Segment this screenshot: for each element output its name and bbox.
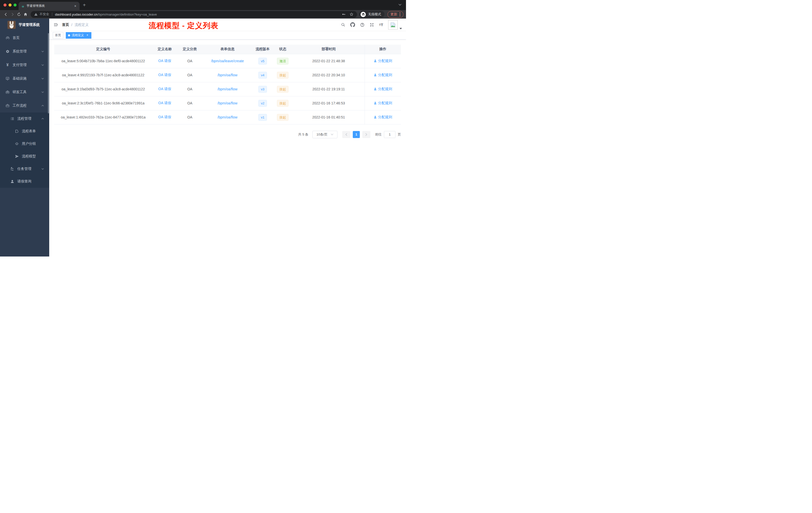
assign-rule-link[interactable]: 分配规则: [374, 59, 392, 63]
sidebar-item-process-form[interactable]: 流程表单: [0, 125, 49, 138]
sidebar-item-task-manage[interactable]: 任务管理: [0, 163, 49, 175]
definition-category: OA: [187, 87, 192, 91]
form-info-link[interactable]: /bpm/oa/flow: [218, 73, 237, 77]
assign-rule-link[interactable]: 分配规则: [374, 73, 392, 77]
home-button[interactable]: [22, 11, 29, 18]
page-number-button[interactable]: 1: [353, 131, 360, 138]
breadcrumb-current: 流程定义: [75, 23, 89, 27]
status-badge: 挂起: [277, 86, 289, 93]
breadcrumb-home[interactable]: 首页: [62, 23, 69, 27]
sidebar-item-label: 流程模型: [22, 154, 36, 159]
user-avatar[interactable]: [388, 20, 398, 30]
url-text[interactable]: dashboard.yudao.iocoder.cn/bpm/manager/d…: [55, 12, 157, 16]
definition-name-link[interactable]: OA 请假: [158, 115, 171, 119]
status-badge: 挂起: [277, 100, 289, 107]
font-size-icon[interactable]: TT: [379, 23, 383, 27]
forward-button[interactable]: [9, 11, 16, 18]
goto-page-input[interactable]: [384, 131, 396, 138]
page-size-select[interactable]: 10条/页: [312, 131, 338, 138]
address-bar[interactable]: 不安全 dashboard.yudao.iocoder.cn/bpm/manag…: [31, 11, 357, 18]
minimize-window-button[interactable]: [8, 3, 11, 6]
tag-close-icon[interactable]: ×: [86, 34, 89, 37]
browser-toolbar: 不安全 dashboard.yudao.iocoder.cn/bpm/manag…: [0, 10, 406, 19]
form-info-link[interactable]: /bpm/oa/flow: [218, 87, 237, 91]
close-window-button[interactable]: [3, 3, 6, 6]
browser-tab-strip: 芋道管理系统 × +: [0, 0, 406, 10]
password-key-icon[interactable]: [342, 12, 346, 16]
pagination: 共 5 条 10条/页 1 前往 页: [54, 131, 401, 138]
prev-page-button[interactable]: [342, 131, 350, 138]
definition-name-link[interactable]: OA 请假: [158, 87, 171, 91]
definition-category: OA: [187, 115, 192, 119]
logo-avatar: [7, 21, 16, 29]
version-badge: v5: [258, 58, 267, 64]
sidebar-item-leave-query[interactable]: 请假查询: [0, 175, 49, 188]
fullscreen-icon[interactable]: [370, 23, 374, 27]
navbar: 首页 / 流程定义 TT: [49, 19, 406, 31]
tag-home[interactable]: 首页: [53, 32, 63, 39]
assign-rule-link[interactable]: 分配规则: [374, 115, 392, 119]
sidebar-item-home[interactable]: 首页: [0, 31, 49, 45]
search-icon[interactable]: [341, 23, 345, 27]
sidebar-item-payment[interactable]: ¥支付管理: [0, 58, 49, 72]
browser-tab[interactable]: 芋道管理系统 ×: [19, 2, 80, 10]
table-row: oa_leave:2:3c1f0ef1-76b1-11ec-9c66-a2380…: [54, 96, 401, 110]
chevron-down-icon: [41, 50, 44, 53]
avatar-caret-icon[interactable]: [400, 28, 402, 30]
deploy-time: 2022-01-22 21:48:38: [312, 59, 345, 63]
sidebar-scrollbar[interactable]: [48, 33, 49, 114]
sidebar: 芋道管理系统 首页系统管理¥支付管理基础设施研发工具工作流程流程管理流程表单用户…: [0, 19, 49, 256]
tab-title: 芋道管理系统: [27, 4, 74, 8]
tab-close-icon[interactable]: ×: [74, 4, 77, 8]
new-tab-button[interactable]: +: [83, 2, 86, 8]
omnibox-divider: [52, 12, 52, 16]
sidebar-logo[interactable]: 芋道管理系统: [0, 19, 49, 31]
github-icon[interactable]: [350, 22, 355, 27]
next-page-button[interactable]: [362, 131, 370, 138]
sidebar-item-devtools[interactable]: 研发工具: [0, 85, 49, 99]
definition-name-link[interactable]: OA 请假: [158, 73, 171, 77]
form-info-link[interactable]: /bpm/oa/leave/create: [211, 59, 244, 63]
table-header-row: 定义编号定义名称定义分类表单信息流程版本状态部署时间操作: [54, 45, 401, 54]
sidebar-item-process-manage[interactable]: 流程管理: [0, 113, 49, 125]
breadcrumb-separator: /: [71, 23, 72, 27]
user-icon: [10, 179, 14, 183]
definition-name-link[interactable]: OA 请假: [158, 101, 171, 105]
chevron-down-icon: [41, 77, 44, 80]
assign-rule-link[interactable]: 分配规则: [374, 87, 392, 91]
person-icon: [374, 87, 377, 91]
sidebar-collapse-icon[interactable]: [53, 22, 58, 27]
sidebar-item-label: 基础设施: [12, 76, 27, 81]
deploy-time: 2022-01-16 01:40:51: [312, 115, 345, 119]
person-icon: [374, 101, 377, 105]
sidebar-item-label: 流程表单: [22, 129, 36, 133]
sidebar-item-system[interactable]: 系统管理: [0, 45, 49, 58]
sidebar-item-process-model[interactable]: 流程模型: [0, 150, 49, 163]
column-header: 定义编号: [54, 45, 152, 54]
back-button[interactable]: [2, 11, 9, 18]
bookmark-star-icon[interactable]: [349, 12, 353, 16]
reload-button[interactable]: [16, 11, 22, 18]
zoom-window-button[interactable]: [13, 3, 17, 6]
table-body: oa_leave:5:004b710b-7b8a-11ec-8ef0-acde4…: [54, 54, 401, 124]
sidebar-item-workflow[interactable]: 工作流程: [0, 99, 49, 113]
person-icon: [374, 116, 377, 119]
definition-name-link[interactable]: OA 请假: [158, 59, 171, 63]
column-header: 表单信息: [202, 45, 253, 54]
tab-search-chevron-icon[interactable]: [399, 4, 402, 6]
browser-menu-dots-icon[interactable]: [400, 12, 401, 16]
security-indicator[interactable]: 不安全: [34, 12, 49, 17]
browser-window: 芋道管理系统 × + 不安全 dashboard.yudao.iocoder.c…: [0, 0, 406, 256]
assign-rule-link[interactable]: 分配规则: [374, 101, 392, 105]
tag-process-definition[interactable]: 流程定义×: [66, 32, 91, 39]
help-icon[interactable]: [360, 23, 365, 27]
sidebar-item-label: 用户分组: [22, 142, 36, 146]
update-chrome-button[interactable]: 更新: [387, 11, 404, 18]
form-info-link[interactable]: /bpm/oa/flow: [218, 101, 237, 105]
definition-id: oa_leave:5:004b710b-7b8a-11ec-8ef0-acde4…: [61, 59, 145, 63]
form-info-link[interactable]: /bpm/oa/flow: [218, 115, 237, 119]
version-badge: v3: [258, 86, 267, 93]
paper-plane-icon: [14, 154, 19, 158]
sidebar-item-user-group[interactable]: 用户分组: [0, 138, 49, 150]
sidebar-item-infra[interactable]: 基础设施: [0, 72, 49, 85]
